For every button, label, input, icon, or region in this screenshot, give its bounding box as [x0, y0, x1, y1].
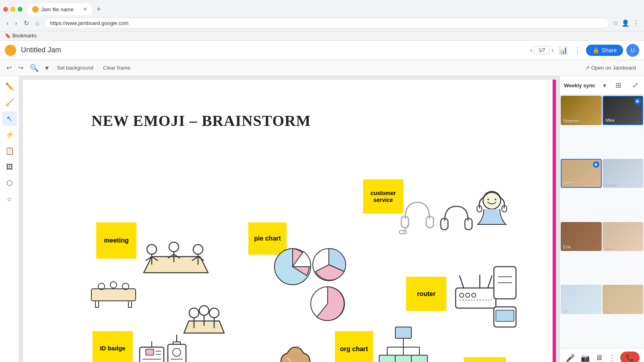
lock-icon: 🔒 — [592, 47, 599, 53]
participant-name: Mike — [606, 118, 615, 123]
prev-frame-btn[interactable]: ‹ — [530, 47, 532, 54]
text-tool-btn[interactable]: ○ — [2, 192, 17, 206]
close-window-btn[interactable] — [3, 7, 8, 12]
sticky-id-badge[interactable]: ID badge — [93, 331, 133, 362]
sticky-router[interactable]: router — [406, 277, 446, 311]
svg-rect-62 — [395, 355, 411, 362]
expand-btn[interactable]: ⤢ — [631, 79, 640, 91]
bookmarks-bar: 🔖 Bookmarks — [0, 31, 644, 40]
window-controls — [3, 7, 23, 12]
bookmark-btn[interactable]: ☆ — [613, 19, 618, 27]
participant-tile[interactable]: Beth — [561, 159, 602, 188]
more-options-btn[interactable]: ⋮ — [572, 44, 583, 56]
main-content: ✏️ 🧹 ↖ ⚡ 📋 🖼 ⬡ ○ NEW EMOJI – BRAINSTORM … — [0, 76, 644, 362]
participant-name: Sara — [605, 245, 614, 249]
app-toolbar: Untitled Jam ‹ 1/7 › 📊 ⋮ 🔒 Share U — [0, 41, 644, 60]
forward-btn[interactable]: › — [13, 18, 19, 29]
more-btn[interactable]: ⋮ — [633, 19, 639, 27]
present-screen-btn[interactable]: 🖥 — [594, 352, 604, 362]
printer-sketch — [492, 263, 524, 343]
svg-line-43 — [488, 276, 492, 288]
meeting-dropdown-btn[interactable]: ▾ — [603, 82, 606, 89]
participant-tile[interactable]: Sara — [603, 222, 644, 251]
more-meeting-btn[interactable]: ⋮ — [607, 352, 617, 362]
svg-rect-54 — [496, 310, 514, 321]
participant-tile[interactable]: Mike — [603, 96, 644, 125]
zoom-dropdown-btn[interactable]: ▾ — [43, 62, 50, 74]
cursor-tool-btn[interactable]: ↖ — [2, 111, 17, 126]
participant-tile[interactable]: Yol — [603, 285, 644, 314]
meeting-sketch — [132, 228, 220, 293]
participant-tile[interactable]: Sarah — [603, 159, 644, 188]
share-btn[interactable]: 🔒 Share — [586, 45, 623, 56]
camera-btn[interactable]: 📷 — [579, 352, 591, 362]
profile-btn[interactable]: 👤 — [621, 19, 630, 27]
next-frame-btn[interactable]: › — [551, 47, 553, 54]
back-btn[interactable]: ‹ — [5, 18, 10, 29]
url-bar[interactable]: https://www.jamboard.google.com — [44, 18, 609, 29]
open-on-jamboard-btn[interactable]: ↗ Open on Jamboard — [582, 63, 639, 72]
sticky-org-chart[interactable]: org chart — [335, 331, 373, 362]
participant-tile[interactable]: Jo — [561, 285, 602, 314]
svg-point-9 — [193, 245, 203, 254]
svg-point-24 — [209, 308, 219, 318]
speaker-indicator — [593, 161, 599, 168]
mute-btn[interactable]: 🎤 — [564, 352, 576, 362]
new-tab-btn[interactable]: + — [93, 4, 104, 15]
sticky-tool-btn[interactable]: 📋 — [2, 144, 17, 158]
svg-rect-61 — [379, 355, 395, 362]
tab-title: Jam file name — [41, 6, 74, 12]
sticky-sticky-note[interactable]: sticky note — [464, 357, 506, 362]
grid-view-btn[interactable]: ⊞ — [614, 79, 623, 91]
id-badge-sketch-1 — [138, 339, 166, 362]
tab-favicon — [32, 6, 39, 12]
svg-rect-32 — [399, 230, 407, 234]
laser-tool-btn[interactable]: ⚡ — [2, 128, 17, 142]
meeting-small-sketch — [87, 281, 140, 309]
svg-rect-40 — [456, 288, 496, 308]
frame-indicator[interactable]: 1/7 — [534, 46, 550, 54]
maximize-window-btn[interactable] — [18, 7, 23, 12]
svg-point-35 — [483, 191, 501, 209]
svg-rect-63 — [411, 355, 427, 362]
select-tool-btn[interactable]: ✏️ — [2, 79, 17, 94]
app-title[interactable]: Untitled Jam — [21, 46, 527, 54]
home-btn[interactable]: ⌂ — [34, 18, 41, 29]
speaker-indicator — [634, 98, 641, 105]
set-background-btn[interactable]: Set background — [54, 63, 97, 72]
reload-btn[interactable]: ↻ — [22, 18, 31, 29]
bookmarks-label: Bookmarks — [12, 33, 37, 39]
clear-frame-btn[interactable]: Clear frame — [100, 63, 134, 72]
muffin-sketch — [273, 343, 318, 362]
minimize-window-btn[interactable] — [10, 7, 15, 12]
headphones-sketch-2 — [438, 200, 476, 241]
eraser-tool-btn[interactable]: 🧹 — [2, 95, 17, 110]
svg-rect-13 — [91, 289, 136, 301]
app-logo — [5, 45, 16, 56]
participant-tile[interactable]: Erik — [561, 222, 602, 251]
org-chart-sketch — [375, 325, 431, 362]
participant-tile[interactable]: Stephen — [561, 96, 602, 125]
meeting-header: Weekly sync ▾ ⊞ ⤢ — [560, 76, 644, 95]
svg-rect-78 — [146, 349, 154, 355]
browser-tab[interactable]: Jam file name × — [27, 3, 92, 15]
headphones-sketch-1 — [397, 196, 438, 241]
share-label: Share — [602, 47, 617, 53]
sticky-meeting[interactable]: meeting — [96, 222, 136, 259]
tab-bar: Jam file name × + — [0, 0, 644, 15]
undo-btn[interactable]: ↩ — [5, 62, 13, 73]
image-tool-btn[interactable]: 🖼 — [2, 160, 17, 174]
present-btn[interactable]: 📊 — [557, 44, 569, 56]
zoom-btn[interactable]: 🔍 — [28, 62, 40, 74]
participant-name: Sarah — [605, 181, 617, 186]
shape-tool-btn[interactable]: ⬡ — [2, 176, 17, 190]
svg-line-41 — [460, 276, 464, 288]
user-avatar[interactable]: U — [626, 44, 639, 57]
participant-name: Stephen — [563, 119, 580, 123]
canvas-area[interactable]: NEW EMOJI – BRAINSTORM meeting pie chart… — [23, 79, 556, 362]
close-tab-btn[interactable]: × — [83, 6, 87, 13]
end-call-btn[interactable]: 📞 — [620, 352, 640, 362]
redo-btn[interactable]: ↪ — [17, 62, 25, 73]
browser-chrome: Jam file name × + ‹ › ↻ ⌂ https://www.ja… — [0, 0, 644, 41]
address-bar: ‹ › ↻ ⌂ https://www.jamboard.google.com … — [0, 15, 644, 31]
